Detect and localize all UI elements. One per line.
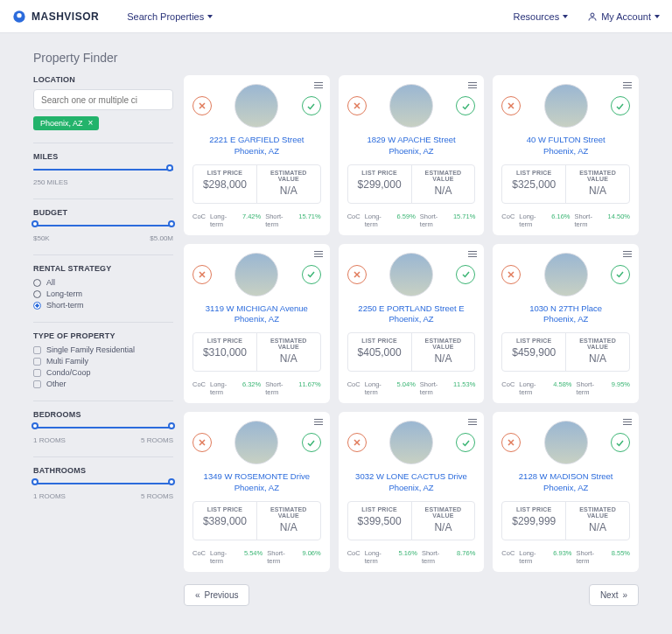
next-button[interactable]: Next » [589, 584, 639, 606]
list-price-label: LIST PRICE [195, 338, 255, 344]
brand-text: MASHVISOR [32, 10, 99, 23]
accept-button[interactable] [611, 96, 630, 115]
short-term-pct: 11.67% [298, 380, 320, 388]
card-menu-icon[interactable] [623, 419, 632, 425]
list-price-label: LIST PRICE [195, 170, 255, 176]
card-menu-icon[interactable] [314, 82, 323, 88]
x-icon [198, 101, 206, 110]
check-icon [306, 269, 316, 279]
long-term-pct: 4.58% [553, 380, 571, 388]
reject-button[interactable] [192, 96, 212, 115]
property-card[interactable]: 2221 E GARFIELD StreetPhoenix, AZ LIST P… [184, 75, 330, 235]
long-term-pct: 6.32% [242, 380, 261, 388]
property-address[interactable]: 40 W FULTON StreetPhoenix, AZ [501, 135, 630, 157]
property-card[interactable]: 2128 W MADISON StreetPhoenix, AZ LIST PR… [493, 412, 639, 572]
est-value-value: N/A [568, 352, 627, 365]
list-price-value: $459,900 [504, 346, 564, 359]
property-address[interactable]: 3032 W LONE CACTUS DrivePhoenix, AZ [347, 471, 476, 494]
location-search-input[interactable] [33, 89, 173, 110]
property-address[interactable]: 2128 W MADISON StreetPhoenix, AZ [501, 471, 630, 494]
logo-icon [12, 10, 26, 24]
list-price-label: LIST PRICE [195, 506, 255, 512]
reject-button[interactable] [347, 96, 367, 115]
accept-button[interactable] [611, 433, 630, 452]
accept-button[interactable] [302, 265, 321, 284]
reject-button[interactable] [192, 433, 212, 452]
reject-button[interactable] [501, 265, 521, 284]
property-image [544, 421, 588, 464]
miles-slider[interactable] [33, 166, 173, 173]
reject-button[interactable] [347, 433, 367, 452]
card-menu-icon[interactable] [468, 419, 477, 425]
card-menu-icon[interactable] [314, 419, 323, 425]
strategy-option[interactable]: All [33, 278, 173, 287]
accept-button[interactable] [302, 96, 321, 115]
strategy-option[interactable]: Long-term [33, 289, 173, 298]
checkbox-icon [33, 369, 41, 377]
est-value-value: N/A [414, 352, 473, 365]
property-address[interactable]: 1829 W APACHE StreetPhoenix, AZ [347, 135, 476, 157]
check-icon [615, 438, 625, 448]
list-price-value: $399,500 [350, 515, 410, 527]
bathrooms-slider[interactable] [33, 480, 173, 487]
property-card[interactable]: 2250 E PORTLAND Street EPhoenix, AZ LIST… [339, 244, 485, 404]
reject-button[interactable] [192, 265, 212, 284]
est-value-label: ESTIMATED VALUE [568, 506, 627, 519]
type-option[interactable]: Single Family Residential [33, 345, 173, 354]
prev-button[interactable]: « Previous [184, 584, 249, 606]
card-menu-icon[interactable] [623, 251, 632, 257]
property-address[interactable]: 1030 N 27TH PlacePhoenix, AZ [501, 303, 630, 326]
type-option[interactable]: Multi Family [33, 357, 173, 366]
card-menu-icon[interactable] [468, 82, 477, 88]
brand-logo[interactable]: MASHVISOR [12, 10, 99, 24]
property-card[interactable]: 1829 W APACHE StreetPhoenix, AZ LIST PRI… [339, 75, 485, 235]
x-icon [507, 270, 515, 279]
card-menu-icon[interactable] [314, 251, 323, 257]
reject-button[interactable] [347, 265, 367, 284]
coc-row: CoC Long-term6.32% Short-term11.67% [192, 380, 321, 396]
type-option[interactable]: Other [33, 380, 173, 388]
accept-button[interactable] [611, 265, 630, 284]
property-card[interactable]: 1349 W ROSEMONTE DrivePhoenix, AZ LIST P… [184, 412, 330, 572]
reject-button[interactable] [501, 433, 521, 452]
results-grid: 2221 E GARFIELD StreetPhoenix, AZ LIST P… [184, 75, 639, 572]
accept-button[interactable] [456, 96, 475, 115]
property-address[interactable]: 2221 E GARFIELD StreetPhoenix, AZ [192, 135, 321, 157]
property-address[interactable]: 2250 E PORTLAND Street EPhoenix, AZ [347, 303, 476, 326]
type-option[interactable]: Condo/Coop [33, 368, 173, 377]
property-card[interactable]: 1030 N 27TH PlacePhoenix, AZ LIST PRICE … [493, 244, 639, 404]
property-card[interactable]: 3119 W MICHIGAN AvenuePhoenix, AZ LIST P… [184, 244, 330, 404]
reject-button[interactable] [501, 96, 521, 115]
coc-row: CoC Long-term5.04% Short-term11.53% [347, 380, 476, 396]
nav-resources[interactable]: Resources [514, 11, 569, 22]
list-price-label: LIST PRICE [504, 506, 564, 512]
price-row: LIST PRICE $405,000 ESTIMATED VALUE N/A [347, 332, 476, 372]
filter-miles-label: MILES [33, 152, 173, 161]
short-term-pct: 14.50% [608, 212, 630, 220]
price-row: LIST PRICE $299,999 ESTIMATED VALUE N/A [501, 501, 630, 540]
accept-button[interactable] [456, 433, 475, 452]
bedrooms-slider[interactable] [33, 424, 173, 431]
accept-button[interactable] [302, 433, 321, 452]
property-address[interactable]: 1349 W ROSEMONTE DrivePhoenix, AZ [192, 471, 321, 494]
nav-search-properties[interactable]: Search Properties [127, 11, 213, 22]
card-menu-icon[interactable] [468, 251, 477, 257]
card-menu-icon[interactable] [623, 82, 632, 88]
property-card[interactable]: 40 W FULTON StreetPhoenix, AZ LIST PRICE… [493, 75, 639, 235]
checkbox-icon [33, 380, 41, 388]
close-icon[interactable]: × [88, 119, 94, 128]
property-address[interactable]: 3119 W MICHIGAN AvenuePhoenix, AZ [192, 303, 321, 326]
check-icon [461, 269, 471, 279]
est-value-label: ESTIMATED VALUE [259, 170, 318, 182]
nav-my-account[interactable]: My Account [587, 11, 660, 22]
accept-button[interactable] [456, 265, 475, 284]
long-term-pct: 5.04% [397, 380, 416, 388]
price-row: LIST PRICE $399,500 ESTIMATED VALUE N/A [347, 501, 476, 540]
strategy-option[interactable]: Short-term [33, 301, 173, 310]
location-chip[interactable]: Phoenix, AZ × [33, 116, 99, 130]
radio-icon [33, 302, 41, 310]
check-icon [461, 438, 471, 448]
x-icon [507, 101, 515, 110]
property-card[interactable]: 3032 W LONE CACTUS DrivePhoenix, AZ LIST… [339, 412, 485, 572]
budget-slider[interactable] [33, 222, 173, 229]
